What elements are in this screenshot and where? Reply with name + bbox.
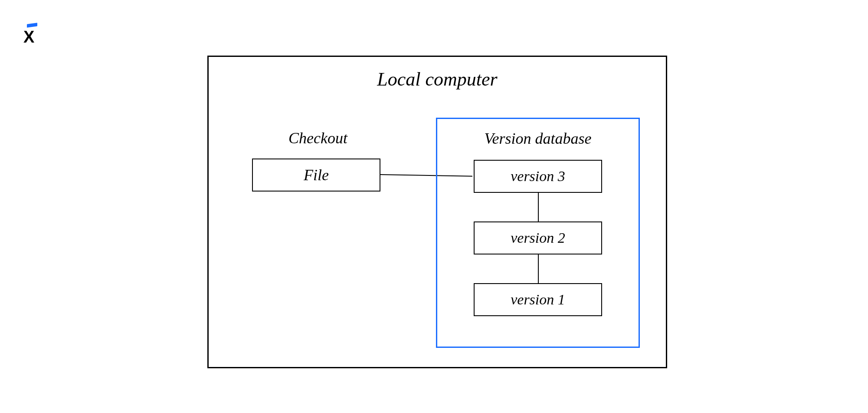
version-database-container: Version database version 3 version 2 ver… [436, 118, 640, 348]
version-box-1: version 1 [474, 283, 602, 316]
version-label: version 3 [511, 168, 565, 185]
file-label: File [304, 166, 329, 184]
version-label: version 2 [511, 230, 565, 246]
version-box-3: version 3 [474, 160, 602, 193]
version-box-2: version 2 [474, 221, 602, 254]
database-title: Version database [437, 129, 639, 148]
diagram-title: Local computer [209, 68, 666, 90]
file-box: File [252, 159, 380, 192]
connector-v3-to-v2 [538, 193, 539, 221]
connector-v2-to-v1 [538, 254, 539, 283]
logo-letter: X [23, 28, 33, 46]
version-label: version 1 [511, 291, 565, 308]
checkout-title: Checkout [262, 129, 374, 147]
logo-cap-icon [27, 23, 37, 27]
logo: X [23, 23, 41, 43]
local-computer-container: Local computer Checkout File Version dat… [207, 56, 667, 368]
